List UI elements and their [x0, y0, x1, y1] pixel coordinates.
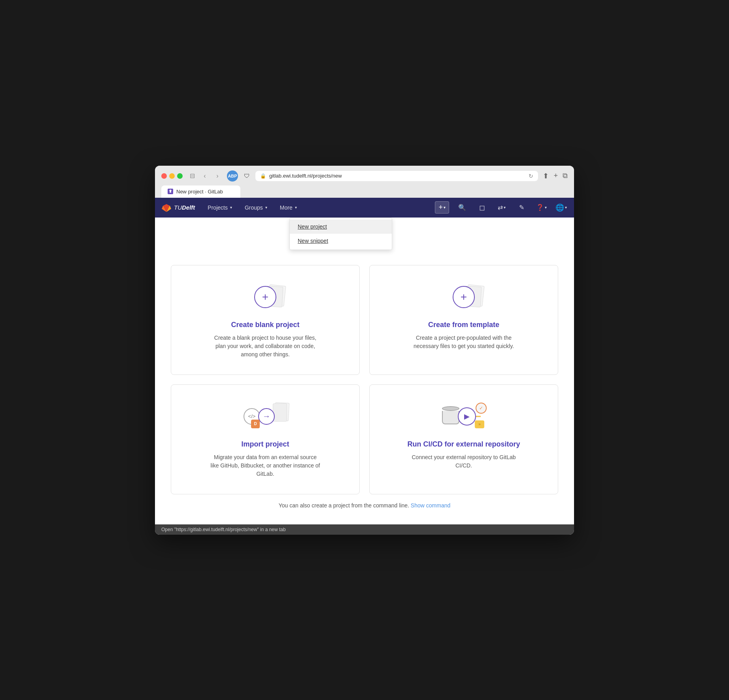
browser-nav: ⊟ ‹ › [187, 171, 222, 181]
more-chevron-icon: ▾ [295, 205, 297, 210]
mr-chevron-icon: ▾ [504, 205, 506, 210]
shield-icon: 🛡 [243, 172, 251, 180]
search-icon: 🔍 [458, 204, 466, 211]
cicd-project-icon: ▶ ✓ » [440, 401, 487, 432]
browser-actions: ⬆ + ⧉ [543, 172, 568, 180]
status-text: Open "https://gitlab.ewi.tudelft.nl/proj… [161, 527, 286, 532]
activity-button[interactable]: ✎ [515, 201, 528, 214]
bottom-hint-text: You can also create a project from the c… [279, 502, 409, 509]
create-chevron-icon: ▾ [444, 205, 446, 210]
refresh-button[interactable]: ↻ [529, 173, 533, 179]
project-type-grid: + Create blank project Create a blank pr… [171, 265, 558, 494]
import-project-icon: </> → D [242, 401, 289, 432]
browser-tab[interactable]: New project · GitLab [161, 185, 240, 198]
gitlab-navbar: TUDelft Projects ▾ Groups ▾ More ▾ + ▾ 🔍… [155, 198, 574, 218]
globe-icon: 🌐 [555, 203, 564, 212]
merge-requests-button[interactable]: ⇄ ▾ [495, 201, 508, 214]
template-plus-circle-icon: + [453, 286, 475, 308]
share-icon[interactable]: ⬆ [543, 172, 549, 180]
create-button[interactable]: + ▾ [435, 201, 449, 214]
gitlab-logo[interactable]: TUDelft [161, 202, 195, 213]
template-project-title: Create from template [428, 321, 499, 329]
bottom-hint: You can also create a project from the c… [171, 502, 558, 509]
close-button[interactable] [161, 173, 167, 179]
blank-project-desc: Create a blank project to house your fil… [210, 334, 321, 359]
blank-project-card[interactable]: + Create blank project Create a blank pr… [171, 265, 360, 375]
lock-icon: 🔒 [260, 173, 266, 179]
minimize-button[interactable] [169, 173, 175, 179]
blank-project-icon: + [242, 281, 289, 313]
database-icon [442, 406, 459, 427]
merge-requests-icon: ⇄ [498, 204, 503, 211]
main-content: New project New snippet + Cr [155, 218, 574, 524]
tabs-icon[interactable]: ⧉ [563, 172, 568, 180]
template-project-card[interactable]: + Create from template Create a project … [369, 265, 558, 375]
cicd-project-desc: Connect your external repository to GitL… [408, 453, 519, 470]
tab-title: New project · GitLab [176, 189, 223, 195]
nav-projects[interactable]: Projects ▾ [204, 202, 235, 213]
dropdown-new-project[interactable]: New project [290, 219, 392, 234]
issues-icon: ◻ [479, 203, 485, 212]
help-chevron-icon: ▾ [545, 205, 547, 210]
forward-button[interactable]: › [213, 171, 222, 181]
import-project-title: Import project [241, 440, 289, 448]
back-button[interactable]: ‹ [200, 171, 210, 181]
activity-icon: ✎ [519, 204, 524, 211]
show-command-link[interactable]: Show command [411, 502, 450, 509]
cicd-project-title: Run CI/CD for external repository [407, 440, 520, 448]
address-bar[interactable] [269, 173, 525, 179]
plus-circle-icon: + [254, 286, 276, 308]
issues-button[interactable]: ◻ [475, 201, 489, 214]
sidebar-toggle-icon[interactable]: ⊟ [187, 171, 197, 181]
new-tab-icon[interactable]: + [553, 172, 558, 180]
import-project-card[interactable]: </> → D Import project Migrate your [171, 384, 360, 494]
dropdown-new-snippet[interactable]: New snippet [290, 234, 392, 248]
cicd-project-card[interactable]: ▶ ✓ » Run CI/CD for external repository … [369, 384, 558, 494]
lang-chevron-icon: ▾ [565, 205, 567, 210]
maximize-button[interactable] [177, 173, 183, 179]
check-circle-icon: ✓ [476, 403, 487, 414]
blank-project-title: Create blank project [231, 321, 299, 329]
search-button[interactable]: 🔍 [455, 201, 469, 214]
tab-favicon [168, 189, 173, 194]
plus-icon: + [438, 203, 443, 212]
status-bar: Open "https://gitlab.ewi.tudelft.nl/proj… [155, 524, 574, 535]
import-project-desc: Migrate your data from an external sourc… [210, 453, 321, 478]
play-circle-icon: ▶ [458, 407, 476, 426]
user-avatar-small[interactable]: ABP [227, 170, 238, 182]
help-button[interactable]: ❓ ▾ [534, 201, 548, 214]
nav-groups[interactable]: Groups ▾ [242, 202, 270, 213]
arrow-circle-icon: → [258, 408, 275, 425]
logo-text: TUDelft [174, 204, 195, 211]
address-bar-wrapper: 🔒 ↻ [255, 171, 538, 181]
nav-more[interactable]: More ▾ [277, 202, 300, 213]
language-button[interactable]: 🌐 ▾ [554, 201, 568, 214]
chevron-badge-icon: » [475, 420, 484, 428]
groups-chevron-icon: ▾ [265, 205, 267, 210]
template-project-desc: Create a project pre-populated with the … [408, 334, 519, 350]
template-project-icon: + [440, 281, 487, 313]
window-buttons [161, 173, 183, 179]
projects-chevron-icon: ▾ [230, 205, 232, 210]
create-dropdown-menu: New project New snippet [289, 218, 392, 250]
d-badge-icon: D [251, 420, 260, 428]
help-icon: ❓ [536, 204, 544, 211]
